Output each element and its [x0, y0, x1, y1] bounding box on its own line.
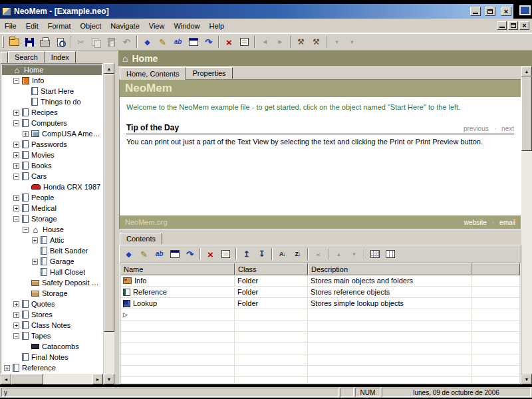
tree-item-safety-deposit-box[interactable]: Safety Deposit Box [2, 277, 102, 288]
tree-item-belt-sander[interactable]: Belt Sander [2, 245, 102, 256]
empty-row[interactable] [120, 366, 520, 377]
menu-format[interactable]: Format [43, 19, 76, 33]
tree-item-passwords[interactable]: +Passwords [2, 139, 102, 150]
scroll-right-icon[interactable] [92, 374, 103, 384]
tree-item-cars[interactable]: −Cars [2, 171, 102, 182]
navigate-button[interactable]: ◆ [121, 247, 136, 261]
new-window-button[interactable] [186, 35, 201, 49]
tree-item-computers[interactable]: −Computers [2, 118, 102, 128]
collapse-button[interactable]: ▴ [331, 247, 346, 261]
print-preview-button[interactable] [53, 35, 68, 49]
tree-item-catacombs[interactable]: Catacombs [2, 341, 102, 352]
tree-item-attic[interactable]: +Attic [2, 235, 102, 245]
scroll-down-icon[interactable] [104, 374, 114, 384]
email-link[interactable]: email [499, 219, 515, 226]
sort-none-button[interactable]: ≡ [311, 247, 326, 261]
tree-item-things-to-do[interactable]: Things to do [2, 96, 102, 107]
child-close-button[interactable]: × [519, 21, 529, 30]
scroll-up-icon[interactable] [104, 63, 114, 74]
empty-row[interactable] [120, 332, 520, 343]
delete-button[interactable]: × [203, 247, 218, 261]
menu-view[interactable]: View [144, 19, 170, 33]
tree-horizontal-scrollbar[interactable] [1, 374, 103, 384]
collapse-toggle-icon[interactable]: − [13, 216, 19, 222]
tree-item-start-here[interactable]: Start Here [2, 86, 102, 96]
expand-button[interactable]: ▾ [346, 247, 362, 261]
dropdown-b-button[interactable]: ▾ [344, 35, 360, 49]
customize-button[interactable]: ⚒ [309, 35, 324, 49]
expand-toggle-icon[interactable]: + [13, 205, 19, 211]
main-vertical-scrollbar[interactable] [521, 66, 532, 384]
expand-toggle-icon[interactable]: + [13, 110, 19, 116]
menu-edit[interactable]: Edit [21, 19, 43, 33]
sort-asc-button[interactable]: A↓ [275, 247, 290, 261]
properties-button[interactable] [218, 247, 233, 261]
table-row-lookup[interactable]: LookupFolderStores simple lookup objects [120, 298, 520, 309]
tools-button[interactable]: ⚒ [293, 35, 309, 49]
rename-button[interactable]: ab [170, 35, 186, 49]
main-tab-home-contents[interactable]: Home, Contents [120, 67, 186, 80]
navigate-button[interactable]: ◆ [140, 35, 155, 49]
vscroll-track[interactable] [104, 74, 114, 374]
collapse-toggle-icon[interactable]: − [13, 174, 19, 180]
undo-button[interactable]: ↶ [119, 35, 134, 49]
print-button[interactable] [37, 35, 53, 49]
properties-button[interactable] [237, 35, 252, 49]
delete-button[interactable]: × [221, 35, 237, 49]
expand-toggle-icon[interactable]: + [13, 163, 19, 169]
tip-next-link[interactable]: next [501, 125, 514, 132]
child-minimize-button[interactable] [497, 21, 507, 30]
cut-button[interactable]: ✂ [73, 35, 88, 49]
tree-item-house[interactable]: −⌂House [2, 224, 102, 235]
table-row-info[interactable]: InfoFolderStores main objects and folder… [120, 275, 520, 287]
tree-item-hall-closet[interactable]: Hall Closet [2, 267, 102, 277]
menu-navigate[interactable]: Navigate [106, 19, 144, 33]
expand-toggle-icon[interactable]: + [13, 301, 19, 307]
scroll-left-icon[interactable] [1, 374, 11, 384]
tree-item-recipes[interactable]: +Recipes [2, 107, 102, 118]
column-header-class[interactable]: Class [235, 263, 308, 275]
tree-item-movies[interactable]: +Movies [2, 150, 102, 160]
save-button[interactable] [22, 35, 37, 49]
empty-row[interactable] [120, 354, 520, 366]
tip-previous-link[interactable]: previous [464, 125, 489, 132]
collapse-toggle-icon[interactable]: − [13, 120, 19, 126]
table-row-reference[interactable]: ReferenceFolderStores reference objects [120, 287, 520, 298]
paste-button[interactable] [104, 35, 119, 49]
collapse-toggle-icon[interactable]: − [23, 227, 29, 233]
tree-item-garage[interactable]: +Garage [2, 256, 102, 267]
vscroll-thumb[interactable] [104, 74, 114, 332]
expand-toggle-icon[interactable]: + [13, 152, 19, 158]
vscroll-thumb[interactable] [521, 76, 532, 151]
open-folder-button[interactable] [7, 35, 22, 49]
expand-toggle-icon[interactable]: + [32, 259, 38, 265]
tree-item-home[interactable]: ⌂Home [2, 65, 102, 75]
main-tab-properties[interactable]: Properties [186, 67, 232, 79]
new-object-button[interactable]: ✎ [155, 35, 170, 49]
expand-toggle-icon[interactable]: + [4, 365, 10, 371]
empty-row[interactable] [120, 377, 520, 384]
tree-item-tapes[interactable]: −Tapes [2, 331, 102, 341]
expand-toggle-icon[interactable]: + [32, 237, 38, 243]
copy-button[interactable] [88, 35, 104, 49]
collapse-toggle-icon[interactable]: − [13, 333, 19, 339]
tree-item-medical[interactable]: +Medical [2, 203, 102, 213]
sidebar-tab-search[interactable]: Search [8, 51, 45, 63]
sort-desc-button[interactable]: Z↓ [290, 247, 305, 261]
expand-toggle-icon[interactable]: + [13, 323, 19, 329]
dropdown-a-button[interactable]: ▾ [329, 35, 344, 49]
collapse-toggle-icon[interactable]: − [13, 78, 19, 84]
new-row-indicator[interactable]: ▷ [120, 309, 520, 321]
menu-help[interactable]: Help [205, 19, 229, 33]
column-header-description[interactable]: Description [308, 263, 471, 275]
toolbar-grip[interactable] [2, 36, 4, 48]
view-columns-button[interactable] [382, 247, 398, 261]
tree-item-stores[interactable]: +Stores [2, 309, 102, 320]
move-up-button[interactable]: ↥ [239, 247, 254, 261]
goto-button[interactable]: ↷ [182, 247, 198, 261]
scroll-up-icon[interactable] [521, 66, 532, 76]
tree-item-people[interactable]: +People [2, 192, 102, 203]
tree-item-storage[interactable]: Storage [2, 288, 102, 299]
sidebar-tab-partial[interactable] [1, 52, 8, 63]
tree-item-honda-crx-1987[interactable]: Honda CRX 1987 [2, 182, 102, 192]
